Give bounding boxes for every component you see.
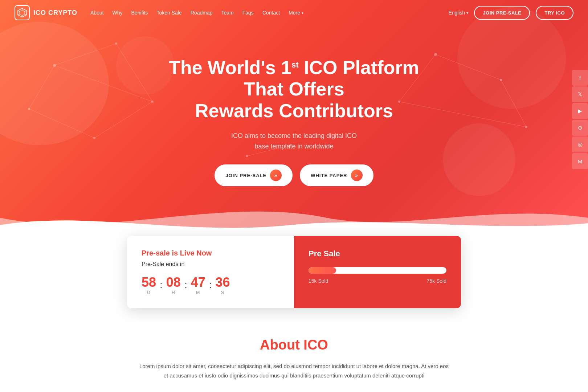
nav-about[interactable]: About bbox=[90, 10, 104, 16]
nav-links: About Why Benifits Token Sale Roadmap Te… bbox=[90, 10, 303, 16]
github-icon[interactable]: ⊙ bbox=[572, 120, 588, 136]
twitter-icon[interactable]: 𝕏 bbox=[572, 86, 588, 102]
navbar-right: English ▾ JOIN PRE-SALE TRY ICO bbox=[448, 6, 573, 20]
presale-live-text: Pre-sale is Live Now bbox=[142, 249, 279, 257]
try-ico-button[interactable]: TRY ICO bbox=[536, 6, 573, 20]
presale-right-title: Pre Sale bbox=[309, 249, 446, 258]
language-selector[interactable]: English ▾ bbox=[448, 10, 468, 16]
hero-title: The World's 1st ICO Platform That Offers… bbox=[152, 57, 436, 122]
chevron-down-icon: ▾ bbox=[466, 11, 468, 15]
circle-icon[interactable]: ◎ bbox=[572, 136, 588, 152]
decoration-blob-1 bbox=[0, 22, 109, 145]
countdown-sep-1: : bbox=[160, 279, 163, 291]
presale-left-card: Pre-sale is Live Now Pre-Sale ends in 58… bbox=[127, 236, 294, 308]
presale-wrapper: Pre-sale is Live Now Pre-Sale ends in 58… bbox=[127, 236, 461, 308]
youtube-icon[interactable]: ▶ bbox=[572, 103, 588, 119]
about-text: Lorem ipsum dolor sit amet, consectetur … bbox=[138, 362, 450, 381]
countdown-sep-3: : bbox=[209, 279, 212, 291]
nav-roadmap[interactable]: Roadmap bbox=[191, 10, 213, 16]
nav-why[interactable]: Why bbox=[113, 10, 123, 16]
nav-benifits[interactable]: Benifits bbox=[131, 10, 148, 16]
countdown-seconds: 36 S bbox=[215, 275, 230, 295]
presale-section: Pre-sale is Live Now Pre-Sale ends in 58… bbox=[0, 236, 588, 308]
hero-join-presale-button[interactable]: JOIN PRE-SALE » bbox=[215, 164, 293, 186]
svg-point-14 bbox=[525, 126, 527, 128]
medium-icon[interactable]: M bbox=[572, 153, 588, 169]
countdown-minutes: 47 M bbox=[191, 275, 205, 295]
nav-faqs[interactable]: Faqs bbox=[242, 10, 254, 16]
presale-ends-text: Pre-Sale ends in bbox=[142, 261, 279, 268]
svg-point-4 bbox=[93, 137, 95, 139]
decoration-blob-3 bbox=[443, 123, 515, 196]
hero-section: ICO CRYPTO About Why Benifits Token Sale… bbox=[0, 0, 588, 240]
hero-subtitle: ICO aims to become the leading digital I… bbox=[152, 131, 436, 152]
hero-whitepaper-button[interactable]: WHITE PAPER » bbox=[300, 164, 373, 186]
countdown-days: 58 D bbox=[142, 275, 156, 295]
progress-labels: 15k Sold 75k Sold bbox=[309, 278, 446, 284]
chevron-down-icon: ▾ bbox=[302, 11, 303, 15]
hero-content: The World's 1st ICO Platform That Offers… bbox=[145, 57, 443, 208]
sold-right: 75k Sold bbox=[427, 278, 446, 284]
countdown-hours: 08 H bbox=[166, 275, 181, 295]
facebook-icon[interactable]: f bbox=[572, 70, 588, 86]
presale-right-card: Pre Sale 15k Sold 75k Sold bbox=[294, 236, 461, 308]
svg-point-11 bbox=[434, 53, 437, 56]
logo[interactable]: ICO CRYPTO bbox=[15, 5, 77, 20]
sold-left: 15k Sold bbox=[309, 278, 328, 284]
navbar-left: ICO CRYPTO About Why Benifits Token Sale… bbox=[15, 5, 303, 20]
countdown-sep-2: : bbox=[184, 279, 187, 291]
join-presale-button[interactable]: JOIN PRE-SALE bbox=[474, 6, 530, 20]
nav-contact[interactable]: Contact bbox=[262, 10, 280, 16]
svg-marker-23 bbox=[20, 10, 25, 16]
social-sidebar: f 𝕏 ▶ ⊙ ◎ M bbox=[572, 70, 588, 170]
countdown: 58 D : 08 H : 47 M : 36 S bbox=[142, 275, 279, 295]
nav-tokensale[interactable]: Token Sale bbox=[157, 10, 182, 16]
nav-team[interactable]: Team bbox=[221, 10, 234, 16]
nav-more[interactable]: More ▾ bbox=[289, 10, 303, 16]
progress-bar bbox=[309, 267, 446, 274]
logo-icon bbox=[15, 5, 30, 20]
arrow-icon: » bbox=[351, 170, 363, 181]
about-section: About ICO Lorem ipsum dolor sit amet, co… bbox=[0, 308, 588, 392]
hero-buttons: JOIN PRE-SALE » WHITE PAPER » bbox=[152, 164, 436, 186]
navbar: ICO CRYPTO About Why Benifits Token Sale… bbox=[0, 0, 588, 25]
logo-text: ICO CRYPTO bbox=[33, 9, 77, 17]
svg-point-1 bbox=[115, 42, 117, 45]
arrow-icon: » bbox=[270, 170, 282, 181]
about-title: About ICO bbox=[15, 337, 573, 353]
progress-bar-fill bbox=[309, 267, 336, 274]
